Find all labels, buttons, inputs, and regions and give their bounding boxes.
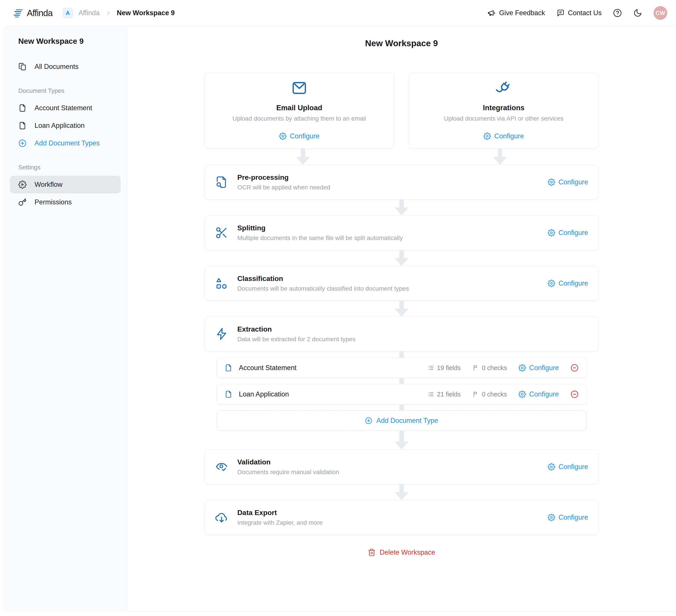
step-description: Data will be extracted for 2 document ty…	[237, 336, 588, 343]
step-description: OCR will be applied when needed	[237, 184, 539, 191]
flow-arrow	[395, 484, 408, 500]
pre-processing-configure-button[interactable]: Configure	[548, 178, 588, 186]
step-title: Validation	[237, 458, 539, 466]
email-upload-configure-button[interactable]: Configure	[279, 132, 319, 140]
top-bar: Affinda A Affinda New Workspace 9 Give F…	[0, 0, 676, 26]
remove-loan-application-button[interactable]	[570, 390, 579, 398]
step-data-export: Data Export Integrate with Zapier, and m…	[205, 500, 599, 535]
validation-configure-button[interactable]: Configure	[548, 463, 588, 471]
configure-label: Configure	[559, 280, 588, 287]
step-description: Integrate with Zapier, and more	[237, 519, 539, 526]
shapes-icon	[215, 277, 228, 290]
sidebar-workspace-title: New Workspace 9	[10, 37, 121, 46]
file-icon	[18, 104, 26, 112]
checks-count: 0 checks	[472, 391, 507, 398]
configure-label: Configure	[529, 390, 559, 398]
content-shell: New Workspace 9 All Documents Document T…	[3, 26, 676, 612]
sidebar-item-label: All Documents	[35, 63, 78, 71]
configure-label: Configure	[559, 178, 588, 186]
minus-circle-icon	[570, 364, 579, 372]
sidebar-section-document-types: Document Types	[10, 87, 121, 95]
delete-workspace-label: Delete Workspace	[380, 548, 435, 556]
step-pre-processing: Pre-processing OCR will be applied when …	[205, 165, 599, 199]
gear-icon	[484, 132, 491, 140]
minus-circle-icon	[570, 390, 579, 398]
integrations-configure-button[interactable]: Configure	[484, 132, 524, 140]
remove-account-statement-button[interactable]	[570, 364, 579, 372]
sidebar-item-all-documents[interactable]: All Documents	[10, 58, 121, 75]
gear-icon	[548, 463, 555, 471]
flow-connector	[399, 351, 404, 358]
add-document-type-label: Add Document Type	[376, 417, 438, 425]
delete-workspace-button[interactable]: Delete Workspace	[368, 548, 435, 556]
gear-icon	[518, 364, 526, 372]
flow-arrows	[205, 148, 599, 165]
flow-arrow	[395, 431, 408, 449]
sidebar-section-settings: Settings	[10, 164, 121, 171]
source-description: Upload documents via API or other servic…	[444, 115, 563, 122]
org-badge[interactable]: A	[63, 8, 73, 18]
user-avatar[interactable]: CW	[654, 6, 667, 20]
list-icon	[427, 365, 434, 371]
flow-arrow	[395, 250, 408, 266]
step-title: Extraction	[237, 325, 588, 333]
lightning-icon	[215, 327, 228, 341]
sidebar-item-permissions[interactable]: Permissions	[10, 193, 121, 211]
workflow-gear-icon	[18, 180, 26, 189]
step-description: Documents will be automatically classifi…	[237, 285, 539, 292]
sidebar-item-workflow[interactable]: Workflow	[10, 176, 121, 193]
flow-arrow	[493, 148, 507, 165]
flow-arrow	[395, 301, 408, 317]
breadcrumb: A Affinda New Workspace 9	[63, 8, 175, 18]
fields-count-label: 19 fields	[437, 364, 461, 372]
step-extraction: Extraction Data will be extracted for 2 …	[205, 317, 599, 351]
megaphone-icon	[488, 9, 496, 17]
give-feedback-button[interactable]: Give Feedback	[488, 9, 545, 17]
gear-icon	[279, 132, 286, 140]
documents-copy-icon	[18, 62, 26, 71]
cloud-download-icon	[215, 511, 228, 524]
mail-icon	[291, 79, 308, 97]
dark-mode-toggle[interactable]	[633, 9, 642, 17]
configure-label: Configure	[559, 513, 588, 521]
flag-icon	[472, 365, 479, 371]
list-icon	[427, 391, 434, 397]
flow-arrow	[395, 199, 408, 215]
help-button[interactable]	[613, 9, 622, 17]
step-splitting: Splitting Multiple documents in the same…	[205, 215, 599, 250]
configure-label: Configure	[494, 132, 524, 140]
sidebar-item-account-statement[interactable]: Account Statement	[10, 99, 121, 117]
breadcrumb-org[interactable]: Affinda	[78, 9, 100, 17]
sidebar-item-loan-application[interactable]: Loan Application	[10, 117, 121, 134]
affinda-logo[interactable]: Affinda	[13, 7, 53, 19]
gear-icon	[548, 229, 555, 237]
affinda-logo-icon	[13, 7, 24, 19]
chevron-right-icon	[105, 10, 111, 16]
sidebar-item-label: Permissions	[35, 198, 72, 206]
gear-icon	[548, 178, 555, 186]
classification-configure-button[interactable]: Configure	[548, 280, 588, 287]
upload-sources: Email Upload Upload documents by attachi…	[205, 73, 599, 148]
file-icon	[224, 364, 232, 372]
fields-count: 21 fields	[427, 391, 461, 398]
moon-icon	[633, 9, 642, 17]
checks-count-label: 0 checks	[482, 364, 507, 372]
sidebar-item-label: Add Document Types	[35, 139, 100, 147]
extraction-doc-type-account-statement: Account Statement 19 fields 0 checks	[217, 358, 586, 378]
help-circle-icon	[613, 9, 622, 17]
doc-type-name: Loan Application	[239, 390, 421, 398]
splitting-configure-button[interactable]: Configure	[548, 229, 588, 237]
contact-us-button[interactable]: Contact Us	[557, 9, 602, 17]
sidebar-item-add-document-types[interactable]: Add Document Types	[10, 134, 121, 152]
configure-label: Configure	[529, 364, 559, 372]
account-statement-configure-button[interactable]: Configure	[518, 364, 559, 372]
source-title: Email Upload	[276, 104, 322, 112]
flow-arrow	[296, 148, 310, 165]
checks-count-label: 0 checks	[482, 391, 507, 398]
add-document-type-button[interactable]: Add Document Type	[217, 410, 586, 431]
loan-application-configure-button[interactable]: Configure	[518, 390, 559, 398]
data-export-configure-button[interactable]: Configure	[548, 513, 588, 521]
file-icon	[18, 121, 26, 130]
chat-bubble-icon	[557, 9, 564, 17]
eye-check-icon	[215, 460, 228, 474]
